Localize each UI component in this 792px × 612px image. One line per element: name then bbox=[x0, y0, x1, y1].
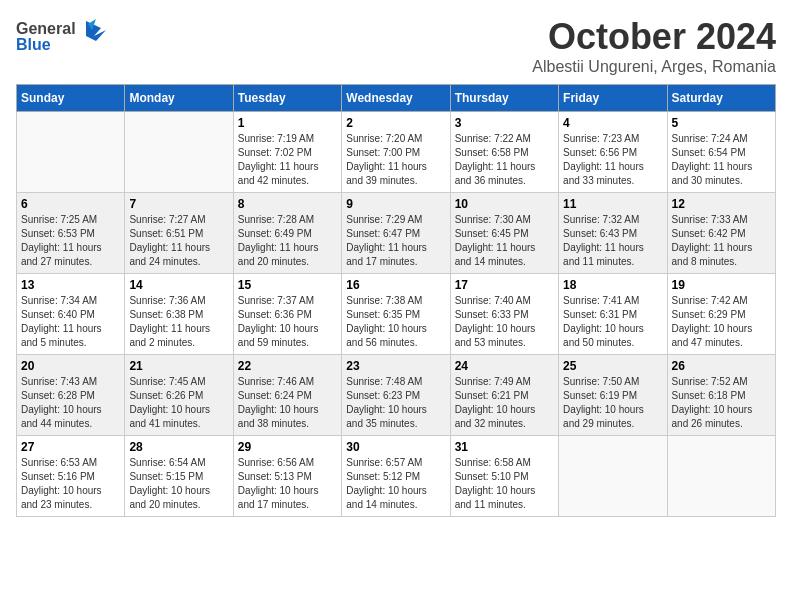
calendar-cell: 25Sunrise: 7:50 AM Sunset: 6:19 PM Dayli… bbox=[559, 355, 667, 436]
calendar-cell: 16Sunrise: 7:38 AM Sunset: 6:35 PM Dayli… bbox=[342, 274, 450, 355]
day-info: Sunrise: 7:38 AM Sunset: 6:35 PM Dayligh… bbox=[346, 294, 445, 350]
calendar-week-row: 20Sunrise: 7:43 AM Sunset: 6:28 PM Dayli… bbox=[17, 355, 776, 436]
calendar-cell bbox=[125, 112, 233, 193]
day-number: 30 bbox=[346, 440, 445, 454]
calendar-cell: 6Sunrise: 7:25 AM Sunset: 6:53 PM Daylig… bbox=[17, 193, 125, 274]
weekday-header: Wednesday bbox=[342, 85, 450, 112]
day-info: Sunrise: 7:46 AM Sunset: 6:24 PM Dayligh… bbox=[238, 375, 337, 431]
location-title: Albestii Ungureni, Arges, Romania bbox=[532, 58, 776, 76]
day-info: Sunrise: 7:30 AM Sunset: 6:45 PM Dayligh… bbox=[455, 213, 554, 269]
calendar-cell: 10Sunrise: 7:30 AM Sunset: 6:45 PM Dayli… bbox=[450, 193, 558, 274]
weekday-header: Friday bbox=[559, 85, 667, 112]
day-number: 31 bbox=[455, 440, 554, 454]
calendar-cell: 13Sunrise: 7:34 AM Sunset: 6:40 PM Dayli… bbox=[17, 274, 125, 355]
day-number: 7 bbox=[129, 197, 228, 211]
day-number: 24 bbox=[455, 359, 554, 373]
day-info: Sunrise: 7:37 AM Sunset: 6:36 PM Dayligh… bbox=[238, 294, 337, 350]
day-number: 15 bbox=[238, 278, 337, 292]
day-number: 12 bbox=[672, 197, 771, 211]
day-number: 5 bbox=[672, 116, 771, 130]
calendar-cell: 5Sunrise: 7:24 AM Sunset: 6:54 PM Daylig… bbox=[667, 112, 775, 193]
calendar-cell: 22Sunrise: 7:46 AM Sunset: 6:24 PM Dayli… bbox=[233, 355, 341, 436]
logo-svg: General Blue bbox=[16, 16, 106, 56]
calendar-cell: 20Sunrise: 7:43 AM Sunset: 6:28 PM Dayli… bbox=[17, 355, 125, 436]
weekday-header: Thursday bbox=[450, 85, 558, 112]
day-info: Sunrise: 7:45 AM Sunset: 6:26 PM Dayligh… bbox=[129, 375, 228, 431]
day-number: 28 bbox=[129, 440, 228, 454]
day-info: Sunrise: 7:33 AM Sunset: 6:42 PM Dayligh… bbox=[672, 213, 771, 269]
calendar-cell: 14Sunrise: 7:36 AM Sunset: 6:38 PM Dayli… bbox=[125, 274, 233, 355]
calendar-cell: 17Sunrise: 7:40 AM Sunset: 6:33 PM Dayli… bbox=[450, 274, 558, 355]
calendar-cell: 26Sunrise: 7:52 AM Sunset: 6:18 PM Dayli… bbox=[667, 355, 775, 436]
day-info: Sunrise: 7:27 AM Sunset: 6:51 PM Dayligh… bbox=[129, 213, 228, 269]
day-number: 10 bbox=[455, 197, 554, 211]
calendar-cell: 9Sunrise: 7:29 AM Sunset: 6:47 PM Daylig… bbox=[342, 193, 450, 274]
calendar-table: SundayMondayTuesdayWednesdayThursdayFrid… bbox=[16, 84, 776, 517]
day-number: 1 bbox=[238, 116, 337, 130]
weekday-header: Saturday bbox=[667, 85, 775, 112]
day-number: 6 bbox=[21, 197, 120, 211]
day-number: 19 bbox=[672, 278, 771, 292]
calendar-cell: 27Sunrise: 6:53 AM Sunset: 5:16 PM Dayli… bbox=[17, 436, 125, 517]
day-info: Sunrise: 7:28 AM Sunset: 6:49 PM Dayligh… bbox=[238, 213, 337, 269]
day-info: Sunrise: 7:34 AM Sunset: 6:40 PM Dayligh… bbox=[21, 294, 120, 350]
calendar-cell: 19Sunrise: 7:42 AM Sunset: 6:29 PM Dayli… bbox=[667, 274, 775, 355]
calendar-cell: 4Sunrise: 7:23 AM Sunset: 6:56 PM Daylig… bbox=[559, 112, 667, 193]
calendar-cell: 8Sunrise: 7:28 AM Sunset: 6:49 PM Daylig… bbox=[233, 193, 341, 274]
calendar-cell: 7Sunrise: 7:27 AM Sunset: 6:51 PM Daylig… bbox=[125, 193, 233, 274]
day-info: Sunrise: 7:43 AM Sunset: 6:28 PM Dayligh… bbox=[21, 375, 120, 431]
weekday-header: Sunday bbox=[17, 85, 125, 112]
day-number: 16 bbox=[346, 278, 445, 292]
day-info: Sunrise: 6:54 AM Sunset: 5:15 PM Dayligh… bbox=[129, 456, 228, 512]
calendar-cell: 11Sunrise: 7:32 AM Sunset: 6:43 PM Dayli… bbox=[559, 193, 667, 274]
day-info: Sunrise: 7:25 AM Sunset: 6:53 PM Dayligh… bbox=[21, 213, 120, 269]
day-number: 20 bbox=[21, 359, 120, 373]
day-number: 2 bbox=[346, 116, 445, 130]
day-info: Sunrise: 7:36 AM Sunset: 6:38 PM Dayligh… bbox=[129, 294, 228, 350]
calendar-week-row: 1Sunrise: 7:19 AM Sunset: 7:02 PM Daylig… bbox=[17, 112, 776, 193]
day-info: Sunrise: 6:53 AM Sunset: 5:16 PM Dayligh… bbox=[21, 456, 120, 512]
day-number: 3 bbox=[455, 116, 554, 130]
day-info: Sunrise: 6:58 AM Sunset: 5:10 PM Dayligh… bbox=[455, 456, 554, 512]
calendar-week-row: 6Sunrise: 7:25 AM Sunset: 6:53 PM Daylig… bbox=[17, 193, 776, 274]
weekday-header: Tuesday bbox=[233, 85, 341, 112]
day-number: 8 bbox=[238, 197, 337, 211]
calendar-cell: 2Sunrise: 7:20 AM Sunset: 7:00 PM Daylig… bbox=[342, 112, 450, 193]
title-block: October 2024 Albestii Ungureni, Arges, R… bbox=[532, 16, 776, 76]
day-number: 21 bbox=[129, 359, 228, 373]
day-number: 23 bbox=[346, 359, 445, 373]
day-number: 9 bbox=[346, 197, 445, 211]
day-info: Sunrise: 7:22 AM Sunset: 6:58 PM Dayligh… bbox=[455, 132, 554, 188]
weekday-header: Monday bbox=[125, 85, 233, 112]
day-number: 26 bbox=[672, 359, 771, 373]
calendar-cell: 23Sunrise: 7:48 AM Sunset: 6:23 PM Dayli… bbox=[342, 355, 450, 436]
calendar-cell: 12Sunrise: 7:33 AM Sunset: 6:42 PM Dayli… bbox=[667, 193, 775, 274]
page-header: General Blue October 2024 Albestii Ungur… bbox=[16, 16, 776, 76]
calendar-cell: 29Sunrise: 6:56 AM Sunset: 5:13 PM Dayli… bbox=[233, 436, 341, 517]
day-number: 27 bbox=[21, 440, 120, 454]
day-number: 11 bbox=[563, 197, 662, 211]
day-info: Sunrise: 7:24 AM Sunset: 6:54 PM Dayligh… bbox=[672, 132, 771, 188]
calendar-week-row: 27Sunrise: 6:53 AM Sunset: 5:16 PM Dayli… bbox=[17, 436, 776, 517]
day-info: Sunrise: 7:50 AM Sunset: 6:19 PM Dayligh… bbox=[563, 375, 662, 431]
svg-text:Blue: Blue bbox=[16, 36, 51, 53]
calendar-week-row: 13Sunrise: 7:34 AM Sunset: 6:40 PM Dayli… bbox=[17, 274, 776, 355]
svg-text:General: General bbox=[16, 20, 76, 37]
day-info: Sunrise: 7:19 AM Sunset: 7:02 PM Dayligh… bbox=[238, 132, 337, 188]
calendar-cell: 24Sunrise: 7:49 AM Sunset: 6:21 PM Dayli… bbox=[450, 355, 558, 436]
calendar-cell: 15Sunrise: 7:37 AM Sunset: 6:36 PM Dayli… bbox=[233, 274, 341, 355]
weekday-header-row: SundayMondayTuesdayWednesdayThursdayFrid… bbox=[17, 85, 776, 112]
calendar-cell bbox=[667, 436, 775, 517]
day-number: 22 bbox=[238, 359, 337, 373]
day-info: Sunrise: 6:57 AM Sunset: 5:12 PM Dayligh… bbox=[346, 456, 445, 512]
calendar-cell: 31Sunrise: 6:58 AM Sunset: 5:10 PM Dayli… bbox=[450, 436, 558, 517]
month-title: October 2024 bbox=[532, 16, 776, 58]
day-info: Sunrise: 7:41 AM Sunset: 6:31 PM Dayligh… bbox=[563, 294, 662, 350]
day-number: 4 bbox=[563, 116, 662, 130]
day-number: 17 bbox=[455, 278, 554, 292]
calendar-cell: 21Sunrise: 7:45 AM Sunset: 6:26 PM Dayli… bbox=[125, 355, 233, 436]
calendar-cell: 3Sunrise: 7:22 AM Sunset: 6:58 PM Daylig… bbox=[450, 112, 558, 193]
day-number: 29 bbox=[238, 440, 337, 454]
day-info: Sunrise: 7:23 AM Sunset: 6:56 PM Dayligh… bbox=[563, 132, 662, 188]
calendar-cell: 28Sunrise: 6:54 AM Sunset: 5:15 PM Dayli… bbox=[125, 436, 233, 517]
